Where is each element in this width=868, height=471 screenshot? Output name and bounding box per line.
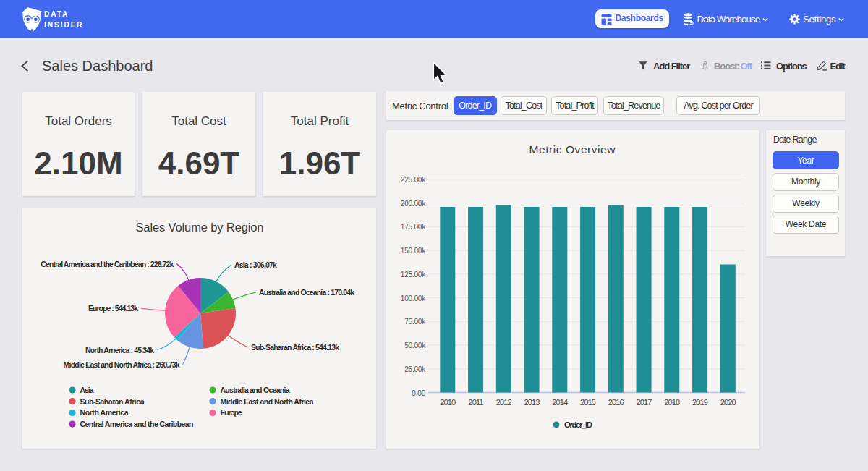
svg-text:Middle East and North Africa :: Middle East and North Africa : 260.73k [64,360,180,369]
svg-text:Sub-Saharan Africa: Sub-Saharan Africa [80,397,145,406]
svg-text:Europe : 544.13k: Europe : 544.13k [88,304,138,313]
svg-text:Central America and the Caribb: Central America and the Caribbean : 226.… [41,260,174,268]
svg-text:225.00k: 225.00k [401,176,426,184]
svg-text:2013: 2013 [524,398,540,407]
svg-text:Europe: Europe [221,408,242,417]
svg-text:Central America and the Caribb: Central America and the Caribbean [80,420,194,428]
svg-text:2018: 2018 [664,398,680,407]
svg-text:Sub-Saharan Africa : 544.13k: Sub-Saharan Africa : 544.13k [251,343,339,352]
svg-text:Asia: Asia [80,386,94,394]
svg-text:2015: 2015 [580,398,596,407]
svg-text:Sales Volume by Region: Sales Volume by Region [136,221,264,234]
svg-text:2016: 2016 [608,398,624,407]
svg-text:Order_ID: Order_ID [564,420,592,429]
svg-text:2010: 2010 [440,398,456,407]
svg-text:Asia : 306.07k: Asia : 306.07k [234,260,277,269]
svg-text:175.00k: 175.00k [401,223,426,231]
svg-text:North America : 45.34k: North America : 45.34k [85,346,154,355]
svg-text:100.00k: 100.00k [401,294,426,302]
svg-text:0.00: 0.00 [412,389,425,397]
svg-text:Middle East and North Africa: Middle East and North Africa [221,397,314,406]
svg-text:150.00k: 150.00k [401,247,426,255]
svg-text:Australia and Oceania: Australia and Oceania [221,386,290,394]
svg-text:2012: 2012 [496,398,512,407]
svg-text:2020: 2020 [720,398,736,407]
svg-text:Australia and Oceania : 170.04: Australia and Oceania : 170.04k [259,288,354,297]
svg-text:200.00k: 200.00k [401,200,426,208]
svg-text:75.00k: 75.00k [404,318,426,326]
svg-text:125.00k: 125.00k [401,271,426,279]
svg-text:Metric Overview: Metric Overview [529,143,616,156]
svg-text:2014: 2014 [552,398,568,407]
svg-text:2017: 2017 [636,398,652,407]
svg-text:2019: 2019 [692,398,708,407]
svg-text:2011: 2011 [468,398,483,407]
svg-text:25.00k: 25.00k [404,365,426,373]
svg-text:North America: North America [80,408,129,417]
svg-text:50.00k: 50.00k [404,341,426,349]
